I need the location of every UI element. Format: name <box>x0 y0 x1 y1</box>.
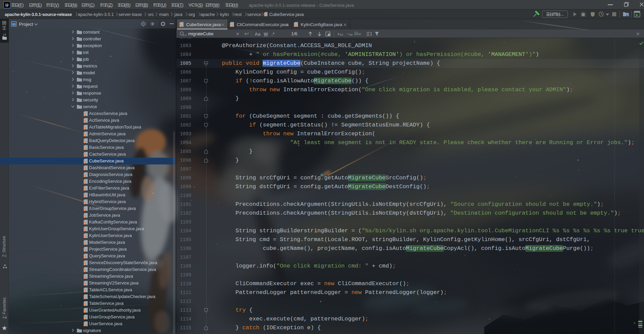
svg-text:J: J <box>84 229 85 231</box>
svg-text:J: J <box>84 222 85 224</box>
svg-text:J: J <box>84 310 85 313</box>
svg-text:J: J <box>84 114 85 116</box>
svg-text:J: J <box>84 195 85 197</box>
svg-text:IJ: IJ <box>5 3 8 7</box>
svg-text:J: J <box>84 148 85 150</box>
svg-text:J: J <box>84 168 85 170</box>
svg-text:J: J <box>84 141 85 143</box>
svg-text:J: J <box>230 24 232 27</box>
svg-text:J: J <box>84 249 85 252</box>
svg-text:J: J <box>294 24 296 27</box>
svg-text:J: J <box>84 242 85 245</box>
svg-text:J: J <box>84 181 85 184</box>
svg-text:J: J <box>84 175 85 177</box>
svg-text:J: J <box>84 120 85 123</box>
svg-text:J: J <box>84 256 85 258</box>
svg-text:J: J <box>84 290 85 292</box>
svg-text:J: J <box>84 283 85 286</box>
svg-text:J: J <box>84 303 85 306</box>
svg-text:J: J <box>84 154 85 157</box>
svg-text:J: J <box>84 263 85 265</box>
svg-text:J: J <box>180 24 181 27</box>
svg-text:J: J <box>84 209 85 211</box>
svg-text:J: J <box>84 215 85 218</box>
svg-text:J: J <box>84 270 85 272</box>
svg-text:J: J <box>84 317 85 319</box>
svg-text:J: J <box>84 297 85 299</box>
svg-text:J: J <box>84 161 85 163</box>
svg-text:J: J <box>84 188 85 191</box>
svg-text:J: J <box>84 276 85 279</box>
svg-text:J: J <box>264 14 265 16</box>
svg-text:J: J <box>84 202 85 204</box>
svg-text:J: J <box>84 324 85 326</box>
svg-text:J: J <box>84 127 85 130</box>
svg-text:J: J <box>84 134 85 136</box>
svg-text:J: J <box>84 236 85 238</box>
